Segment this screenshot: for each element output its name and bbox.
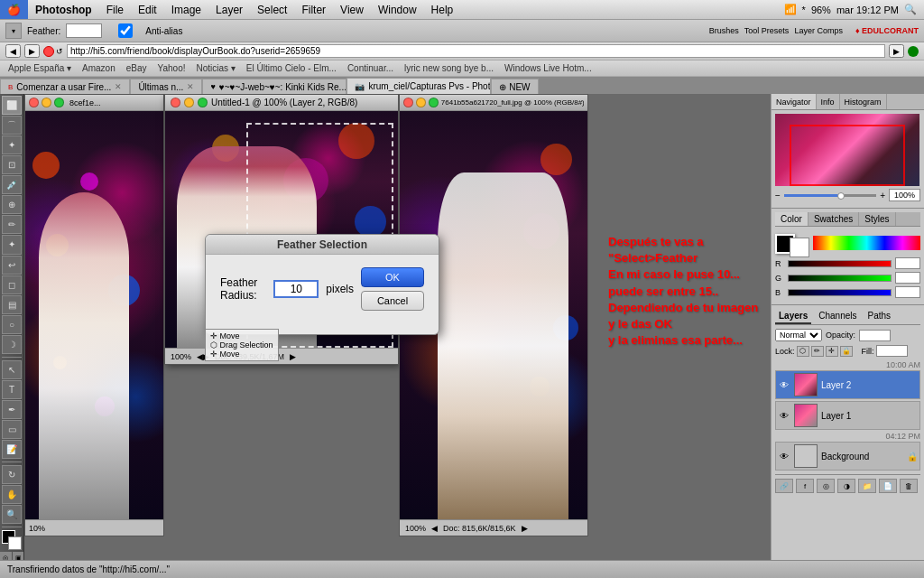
foreground-background-colors[interactable] (2, 530, 22, 549)
tool-magic-wand[interactable]: ✦ (2, 135, 22, 154)
bookmark-noticias[interactable]: Noticias ▾ (192, 63, 240, 73)
fill-input[interactable]: 100% (876, 345, 908, 357)
styles-tab[interactable]: Styles (859, 212, 895, 226)
ok-button[interactable]: OK (361, 267, 424, 287)
zoom-slider-thumb[interactable] (837, 192, 845, 200)
nav-zoom-input[interactable] (889, 189, 920, 201)
tool-eyedropper[interactable]: 💉 (2, 175, 22, 194)
bookmark-apple[interactable]: Apple España ▾ (4, 63, 76, 73)
back-btn[interactable]: ◀ (5, 44, 21, 58)
tool-preset-picker[interactable]: ▾ (5, 23, 22, 39)
panel-tab-navigator[interactable]: Navigator (772, 94, 817, 109)
tool-history[interactable]: ↩ (2, 256, 22, 275)
layer-row-2[interactable]: 👁 Layer 2 (775, 370, 920, 399)
tab-0-close[interactable]: ✕ (115, 82, 122, 91)
zoom-out-icon[interactable]: − (775, 191, 781, 200)
doc3-nav-right[interactable]: ▶ (522, 524, 528, 533)
tool-crop[interactable]: ⊡ (2, 155, 22, 174)
menu-edit[interactable]: Edit (131, 0, 164, 19)
bg-color-swatch[interactable] (790, 238, 809, 257)
tab-1[interactable]: Últimas n... ✕ (130, 79, 202, 94)
spotlight-icon[interactable]: 🔍 (904, 4, 917, 15)
tool-gradient[interactable]: ▤ (2, 295, 22, 314)
antialias-checkbox[interactable]: Anti-alias (107, 23, 182, 38)
bookmark-lyric[interactable]: lyric new song bye b... (400, 63, 498, 73)
spectrum-bar[interactable] (813, 236, 920, 250)
doc-max-btn[interactable] (198, 98, 208, 107)
panel-tab-info[interactable]: Info (817, 94, 840, 109)
menu-filter[interactable]: Filter (294, 0, 333, 19)
layer-comps-label[interactable]: Layer Comps (794, 26, 843, 35)
tool-rectangular-marquee[interactable]: ⬜ (2, 96, 22, 115)
reload-icon[interactable]: ↺ (56, 47, 63, 56)
bookmark-continuar[interactable]: Continuar... (343, 63, 398, 73)
doc-nav-right[interactable]: ▶ (290, 352, 296, 361)
doc3-close-btn[interactable] (403, 98, 413, 107)
tab-4[interactable]: ⊕ NEW (491, 79, 538, 94)
menu-help[interactable]: Help (424, 0, 461, 19)
background-visibility[interactable]: 👁 (778, 450, 790, 462)
delete-layer-btn[interactable]: 🗑 (900, 479, 918, 493)
layer-mask-btn[interactable]: ◎ (817, 479, 835, 493)
doc2-close-btn[interactable] (29, 98, 39, 107)
doc2-max-btn[interactable] (54, 98, 64, 107)
background-color[interactable] (8, 536, 22, 550)
tool-healing[interactable]: ⊕ (2, 195, 22, 214)
menu-image[interactable]: Image (164, 0, 208, 19)
tool-clone[interactable]: ✦ (2, 235, 22, 254)
tab-2[interactable]: ♥ ♥~♥~J-web~♥~: Kinki Kids Re... ✕ (202, 79, 346, 94)
doc3-max-btn[interactable] (429, 98, 439, 107)
tab-1-close[interactable]: ✕ (187, 82, 194, 91)
g-input[interactable]: 255 (895, 272, 920, 284)
layer-row-background[interactable]: 👁 Background 🔒 (775, 442, 920, 471)
channels-tab[interactable]: Channels (815, 309, 860, 324)
lock-transparent-btn[interactable]: ⬡ (797, 346, 809, 357)
tool-3d-rotate[interactable]: ↻ (2, 465, 22, 484)
r-input[interactable]: 255 (895, 257, 920, 269)
tool-pen[interactable]: ✒ (2, 400, 22, 419)
cancel-button[interactable]: Cancel (361, 291, 424, 311)
new-layer-btn[interactable]: 📄 (879, 479, 897, 493)
lock-all-btn[interactable]: 🔒 (840, 346, 853, 357)
r-slider[interactable] (788, 260, 892, 267)
doc-close-btn[interactable] (171, 98, 180, 107)
menu-window[interactable]: Window (371, 0, 424, 19)
forward-btn[interactable]: ▶ (24, 44, 40, 58)
menu-layer[interactable]: Layer (208, 0, 250, 19)
layers-tab[interactable]: Layers (775, 309, 811, 324)
layer-adjustment-btn[interactable]: ◑ (837, 479, 855, 493)
lock-image-btn[interactable]: ✏ (811, 346, 824, 357)
layer2-visibility[interactable]: 👁 (778, 378, 790, 391)
bookmark-ebay[interactable]: eBay (122, 63, 152, 73)
stop-btn[interactable] (43, 46, 54, 57)
b-input[interactable]: 255 (895, 286, 920, 298)
tool-shape[interactable]: ▭ (2, 420, 22, 439)
feather-radius-input[interactable] (273, 280, 319, 298)
tool-path-select[interactable]: ↖ (2, 360, 22, 379)
layer1-visibility[interactable]: 👁 (778, 409, 790, 422)
tool-dodge[interactable]: ☽ (2, 335, 22, 354)
menu-photoshop[interactable]: Photoshop (28, 0, 99, 19)
bookmark-elultimo[interactable]: El Último Cielo - Elm... (242, 63, 341, 73)
apple-menu[interactable]: 🍎 (0, 0, 28, 19)
zoom-in-icon[interactable]: + (880, 191, 885, 200)
paths-tab[interactable]: Paths (864, 309, 895, 324)
b-slider[interactable] (788, 289, 892, 296)
doc-min-btn[interactable] (184, 98, 194, 107)
tool-type[interactable]: T (2, 380, 22, 399)
menu-select[interactable]: Select (250, 0, 294, 19)
layer-style-btn[interactable]: f (796, 479, 814, 493)
tool-zoom[interactable]: 🔍 (2, 505, 22, 524)
feather-input[interactable]: 0 px (66, 23, 102, 38)
tab-3[interactable]: 📷 krum_ciel/Capturas Pvs - Phot... ✕ (346, 78, 491, 94)
menu-file[interactable]: File (99, 0, 131, 19)
tool-blur[interactable]: ○ (2, 315, 22, 334)
layer-group-btn[interactable]: 📁 (858, 479, 876, 493)
opacity-input[interactable]: 100% (859, 330, 891, 341)
lock-position-btn[interactable]: ✛ (826, 346, 838, 357)
bookmark-windows[interactable]: Windows Live Hotm... (500, 63, 596, 73)
tool-lasso[interactable]: ⌒ (2, 116, 22, 135)
brushes-label[interactable]: Brushes (709, 26, 739, 35)
swatches-tab[interactable]: Swatches (808, 212, 859, 226)
tab-0[interactable]: B Comenzar a usar Fire... ✕ (0, 79, 130, 94)
